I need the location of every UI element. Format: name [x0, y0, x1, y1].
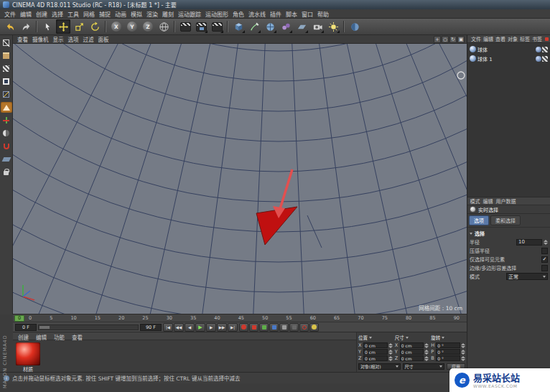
material-menu-item[interactable]: 查看 [69, 333, 85, 339]
play-button[interactable]: ▶ [195, 323, 205, 332]
next-frame-button[interactable]: ▶ [206, 323, 216, 332]
tolerant-selection-checkbox[interactable] [541, 265, 548, 271]
object-manager-menu-item[interactable]: 标签 [519, 35, 531, 42]
radius-field[interactable]: 10 [516, 239, 542, 246]
coords-mode-dropdown[interactable]: 对象(相对) [358, 363, 401, 370]
prev-key-button[interactable]: ◀◀ [174, 323, 184, 332]
polygons-mode-button[interactable] [1, 102, 12, 113]
object-manager-menu-item[interactable]: 文件 [470, 35, 483, 42]
record-scale-button[interactable] [259, 323, 269, 332]
range-handle[interactable] [39, 326, 50, 329]
record-pla-button[interactable] [289, 323, 299, 332]
menu-item[interactable]: 雕刻 [160, 10, 176, 18]
coord-value-field[interactable]: 0 ° [436, 355, 460, 361]
object-manager-menu-item[interactable]: 书签 [531, 35, 544, 42]
viewport-menu-item[interactable]: 摄像机 [30, 35, 51, 43]
lock-x-axis-button[interactable]: X [109, 19, 123, 34]
viewport-menu-item[interactable]: 选项 [66, 35, 81, 43]
viewport-menu-item[interactable]: 查看 [15, 35, 30, 43]
keyframe-selection-button[interactable] [309, 323, 319, 332]
object-row[interactable]: 球体 [467, 45, 550, 54]
goto-end-button[interactable]: ▶| [228, 323, 238, 332]
viewport-canvas[interactable]: 网格间距 : 10 cm [13, 44, 467, 314]
material-thumbnail[interactable] [16, 342, 40, 365]
move-tool-button[interactable] [56, 19, 70, 34]
coord-value-field[interactable]: 0 cm [400, 349, 424, 355]
menu-item[interactable]: 选择 [50, 10, 65, 18]
undo-button[interactable] [3, 19, 17, 34]
value-stepper[interactable] [424, 343, 429, 348]
points-mode-button[interactable] [1, 76, 12, 87]
record-parameter-button[interactable] [279, 323, 289, 332]
value-stepper[interactable] [461, 356, 465, 361]
menu-item[interactable]: 运动跟踪 [176, 10, 203, 18]
add-generator-button[interactable] [279, 19, 293, 34]
texture-tag-icon[interactable] [542, 56, 548, 62]
rotate-view-icon[interactable]: ↻ [449, 36, 457, 43]
selection-mode-dropdown[interactable]: 正常 [506, 273, 548, 280]
coord-value-field[interactable]: 0 ° [436, 349, 460, 355]
menu-item[interactable]: 捕捉 [97, 10, 113, 18]
add-spline-button[interactable] [247, 19, 261, 34]
enable-snap-button[interactable] [1, 141, 12, 151]
object-manager-menu-item[interactable]: 查看 [495, 35, 507, 42]
next-key-button[interactable]: ▶▶ [217, 323, 227, 332]
material-menu-item[interactable]: 创建 [15, 333, 32, 339]
menu-item[interactable]: 窗口 [299, 10, 315, 18]
visible-only-checkbox[interactable]: ✓ [541, 256, 548, 263]
add-floor-button[interactable] [294, 19, 309, 34]
coord-value-field[interactable]: 0 cm [363, 349, 388, 355]
radius-stepper[interactable] [544, 240, 548, 245]
viewport-menu-item[interactable]: 面板 [96, 35, 111, 43]
value-stepper[interactable] [424, 350, 429, 355]
current-frame-field[interactable]: 0 F [15, 324, 37, 331]
menu-item[interactable]: 流水线 [246, 10, 268, 18]
coord-value-field[interactable]: 0 cm [400, 355, 424, 361]
menu-item[interactable]: 脚本 [284, 10, 299, 18]
add-camera-button[interactable] [310, 19, 325, 34]
goto-start-button[interactable]: |◀ [163, 323, 173, 332]
tab-soft-selection[interactable]: 柔和选择 [490, 215, 521, 225]
make-editable-button[interactable] [1, 37, 12, 48]
record-keyframe-button[interactable] [239, 323, 248, 332]
pan-view-icon[interactable]: + [434, 36, 441, 43]
attribute-menu-item[interactable]: 模式 [469, 197, 481, 205]
scale-tool-button[interactable] [72, 19, 86, 34]
coords-unit-dropdown[interactable]: 尺寸 [403, 363, 445, 370]
menu-item[interactable]: 渲染 [144, 10, 160, 18]
value-stepper[interactable] [461, 343, 465, 348]
menu-item[interactable]: 工具 [65, 10, 81, 18]
lock-z-axis-button[interactable]: Z [141, 19, 155, 34]
value-stepper[interactable] [388, 343, 393, 348]
layer-filter-icon[interactable] [545, 37, 549, 41]
menu-item[interactable]: 创建 [34, 10, 50, 18]
attribute-menu-item[interactable]: 编辑 [482, 197, 494, 205]
menu-item[interactable]: 插件 [268, 10, 284, 18]
add-subdivision-surface-button[interactable] [263, 19, 277, 34]
phong-tag-icon[interactable] [536, 47, 541, 52]
add-cube-button[interactable] [231, 19, 246, 34]
record-position-button[interactable] [249, 323, 258, 332]
rotate-tool-button[interactable] [88, 19, 102, 34]
tab-options[interactable]: 选项 [469, 215, 489, 225]
autokeying-button[interactable] [299, 323, 309, 332]
render-view-button[interactable] [178, 19, 192, 34]
model-mode-button[interactable] [1, 50, 12, 61]
coord-value-field[interactable]: 0 cm [363, 355, 388, 361]
menu-item[interactable]: 网格 [81, 10, 97, 18]
workplane-button[interactable] [1, 154, 12, 164]
edges-mode-button[interactable] [1, 89, 12, 100]
coord-value-field[interactable]: 0 ° [436, 342, 460, 348]
menu-item[interactable]: 编辑 [18, 10, 34, 18]
value-stepper[interactable] [461, 350, 465, 355]
render-picture-viewer-button[interactable] [194, 19, 208, 34]
redo-button[interactable] [19, 19, 33, 34]
record-rotation-button[interactable] [269, 323, 279, 332]
menu-item[interactable]: 文件 [2, 10, 18, 18]
menu-item[interactable]: 帮助 [315, 10, 331, 18]
lock-y-axis-button[interactable]: Y [125, 19, 139, 34]
texture-mode-button[interactable] [1, 63, 12, 74]
material-menu-item[interactable]: 功能 [51, 333, 67, 339]
selection-section-header[interactable]: 选择 [467, 228, 550, 238]
prev-frame-button[interactable]: ◀ [185, 323, 195, 332]
